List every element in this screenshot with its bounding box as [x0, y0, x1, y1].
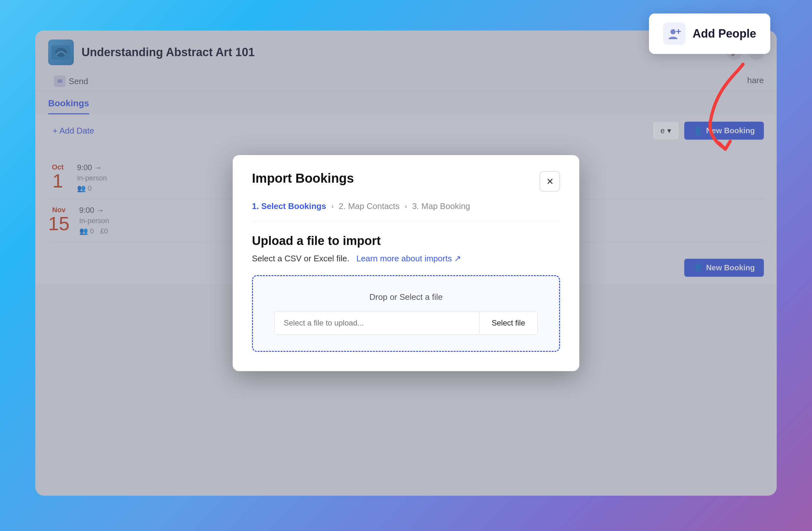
- add-people-label: Add People: [693, 27, 756, 41]
- learn-more-link[interactable]: Learn more about imports: [356, 254, 461, 263]
- modal-steps: 1. Select Bookings › 2. Map Contacts › 3…: [252, 201, 560, 221]
- modal-title: Import Bookings: [252, 171, 354, 186]
- modal-overlay: Import Bookings ✕ 1. Select Bookings › 2…: [35, 30, 777, 496]
- section-title: Upload a file to import: [252, 234, 560, 248]
- select-file-button[interactable]: Select file: [479, 312, 537, 334]
- step-2: 2. Map Contacts: [339, 201, 400, 211]
- step-3: 3. Map Booking: [412, 201, 470, 211]
- import-modal: Import Bookings ✕ 1. Select Bookings › 2…: [233, 155, 579, 371]
- file-input-row: Select file: [274, 311, 538, 335]
- section-desc: Select a CSV or Excel file. Learn more a…: [252, 254, 560, 263]
- step-arrow-2: ›: [405, 202, 407, 211]
- svg-point-3: [670, 29, 676, 34]
- app-window: Understanding Abstract Art 101 ··· ✉ Sen…: [35, 30, 777, 496]
- red-arrow: [692, 55, 756, 159]
- modal-close-button[interactable]: ✕: [539, 171, 560, 192]
- add-people-icon: [663, 23, 685, 45]
- add-people-tooltip: Add People: [649, 14, 770, 54]
- modal-header: Import Bookings ✕: [252, 171, 560, 192]
- step-1: 1. Select Bookings: [252, 201, 326, 211]
- drop-zone[interactable]: Drop or Select a file Select file: [252, 275, 560, 352]
- drop-zone-label: Drop or Select a file: [266, 292, 546, 302]
- file-upload-input[interactable]: [275, 312, 479, 334]
- step-arrow-1: ›: [331, 202, 333, 211]
